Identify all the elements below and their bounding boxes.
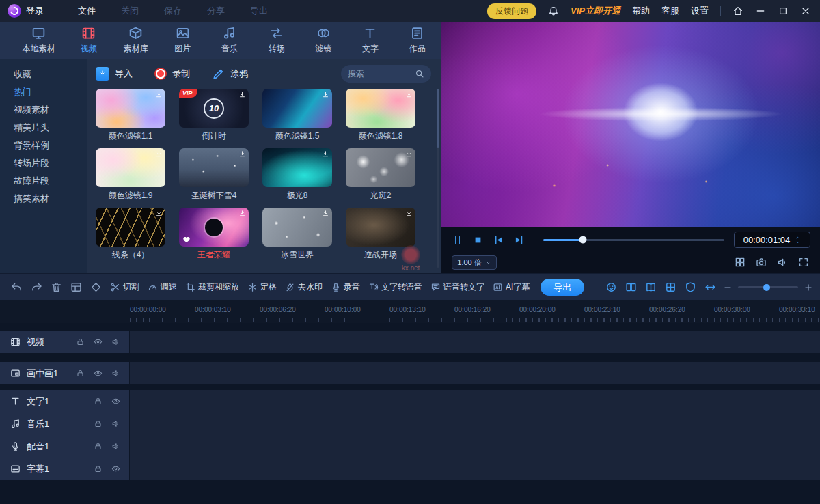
track-header[interactable]: 画中画1 (0, 362, 129, 384)
library-item[interactable]: 冰雪世界 (262, 208, 332, 261)
tab-material-library[interactable]: 素材库 (112, 26, 159, 55)
minimize-icon[interactable] (755, 5, 766, 16)
scrollbar[interactable] (437, 89, 439, 268)
library-item[interactable]: 逆战开场 (346, 208, 415, 261)
home-icon[interactable] (733, 5, 743, 16)
doodle-button[interactable]: 涂鸦 (212, 68, 248, 81)
track-lane[interactable] (130, 412, 820, 435)
storyboard-icon[interactable] (70, 281, 82, 293)
export-button[interactable]: 导出 (541, 279, 584, 296)
tab-filter[interactable]: 滤镜 (300, 26, 347, 55)
volume-icon[interactable] (111, 442, 120, 451)
mosaic-icon[interactable] (665, 281, 676, 293)
speech-to-text-tool[interactable]: 语音转文字 (430, 281, 484, 293)
library-item[interactable]: 极光8 (262, 148, 332, 201)
zoom-out-icon[interactable] (723, 283, 733, 292)
lock-icon[interactable] (76, 369, 85, 378)
track-header[interactable]: 音乐1 (0, 412, 129, 435)
sidebar-item-hot[interactable]: 热门 (0, 83, 87, 101)
volume-icon[interactable] (111, 419, 120, 428)
track-lane[interactable] (130, 331, 820, 353)
undo-icon[interactable] (11, 281, 23, 293)
fullscreen-icon[interactable] (798, 257, 809, 268)
seek-handle[interactable] (579, 236, 587, 244)
volume-icon[interactable] (111, 369, 120, 378)
ai-subtitle-tool[interactable]: AI字幕 (493, 281, 530, 293)
lock-icon[interactable] (94, 397, 102, 406)
sidebar-item-glitch[interactable]: 故障片段 (0, 172, 87, 190)
volume-icon[interactable] (111, 337, 120, 346)
scrollbar-thumb[interactable] (437, 89, 439, 148)
tab-local-media[interactable]: 本地素材 (12, 26, 66, 55)
tab-image[interactable]: 图片 (159, 26, 206, 55)
menu-file[interactable]: 文件 (78, 5, 96, 17)
record-audio-tool[interactable]: 录音 (331, 281, 360, 293)
volume-icon[interactable] (777, 257, 788, 268)
library-item[interactable]: 颜色滤镜1.1 (96, 89, 165, 142)
freeze-frame-tool[interactable]: 定格 (247, 281, 277, 293)
track-lane[interactable] (130, 362, 820, 384)
split-screen-icon[interactable] (625, 281, 637, 293)
speed-dropdown[interactable]: 1.00 倍 (452, 255, 497, 270)
sidebar-item-favorites[interactable]: 收藏 (0, 66, 87, 83)
eye-icon[interactable] (111, 397, 120, 406)
help-button[interactable]: 帮助 (632, 5, 650, 17)
download-icon[interactable] (155, 150, 163, 158)
library-item[interactable]: VIP10倒计时 (179, 89, 249, 142)
login-button[interactable]: 登录 (26, 5, 44, 17)
download-icon[interactable] (238, 150, 246, 158)
track-header[interactable]: 配音1 (0, 435, 129, 458)
library-item[interactable]: 颜色滤镜1.9 (96, 148, 165, 201)
library-item[interactable]: 线条（4） (96, 208, 165, 261)
download-icon[interactable] (405, 150, 413, 158)
feedback-button[interactable]: 反馈问题 (487, 3, 536, 19)
track-lane[interactable] (130, 435, 820, 458)
download-icon[interactable] (405, 210, 413, 217)
stop-icon[interactable] (472, 234, 484, 246)
tab-music[interactable]: 音乐 (206, 26, 254, 55)
timecode-box[interactable]: 00:00:01:04 (734, 232, 810, 248)
redo-icon[interactable] (31, 281, 42, 293)
tab-transition[interactable]: 转场 (253, 26, 300, 55)
spinner-down-icon[interactable] (795, 240, 801, 244)
record-button[interactable]: 录制 (154, 68, 190, 80)
timecode-spinner[interactable] (795, 236, 801, 244)
maximize-icon[interactable] (778, 5, 789, 16)
sidebar-item-transitions[interactable]: 转场片段 (0, 154, 87, 172)
zoom-slider[interactable] (738, 286, 798, 288)
delete-icon[interactable] (51, 281, 62, 293)
library-item[interactable]: 颜色滤镜1.8 (346, 89, 415, 142)
pause-icon[interactable] (452, 234, 463, 246)
lock-icon[interactable] (76, 337, 85, 346)
tab-video[interactable]: 视频 (66, 26, 113, 55)
layout-grid-icon[interactable] (735, 257, 746, 268)
speed-tool[interactable]: 调速 (148, 281, 177, 293)
zoom-slider-handle[interactable] (763, 284, 770, 291)
zoom-in-icon[interactable] (804, 283, 813, 292)
settings-button[interactable]: 设置 (691, 5, 709, 17)
expand-icon[interactable] (705, 281, 716, 293)
skip-to-start-icon[interactable] (493, 234, 504, 246)
sidebar-item-video-material[interactable]: 视频素材 (0, 101, 87, 119)
lock-icon[interactable] (94, 419, 102, 428)
tab-text[interactable]: 文字 (347, 26, 394, 55)
storybook-icon[interactable] (645, 281, 657, 293)
track-header[interactable]: 文字1 (0, 390, 129, 412)
search-input[interactable] (348, 69, 411, 79)
download-icon[interactable] (322, 91, 329, 98)
library-item[interactable]: 圣诞树下雪4 (179, 148, 249, 201)
track-header[interactable]: 视频 (0, 331, 129, 353)
library-item[interactable]: 王者荣耀 (179, 208, 249, 261)
download-icon[interactable] (155, 91, 163, 98)
sidebar-item-funny[interactable]: 搞笑素材 (0, 190, 87, 208)
download-icon[interactable] (322, 210, 329, 217)
eye-icon[interactable] (94, 369, 102, 378)
shield-icon[interactable] (685, 281, 696, 293)
search-icon[interactable] (415, 69, 424, 79)
skip-to-end-icon[interactable] (513, 234, 525, 246)
cut-tool[interactable]: 切割 (110, 281, 139, 293)
snapshot-icon[interactable] (756, 257, 767, 268)
sidebar-item-intros[interactable]: 精美片头 (0, 119, 87, 137)
lock-icon[interactable] (94, 442, 102, 451)
remove-watermark-tool[interactable]: 去水印 (285, 281, 323, 293)
